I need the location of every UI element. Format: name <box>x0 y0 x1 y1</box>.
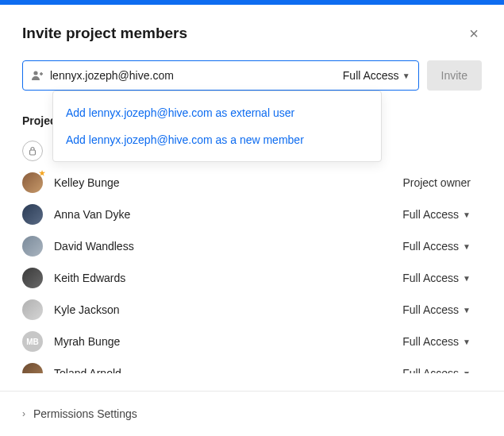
invite-row: Full Access ▼ Invite Add lennyx.jozeph@h… <box>22 60 482 91</box>
permissions-label: Permissions Settings <box>33 407 137 420</box>
dialog-title: Invite project members <box>22 25 187 42</box>
email-input-wrap[interactable]: Full Access ▼ <box>22 60 419 91</box>
svg-rect-2 <box>40 72 42 75</box>
member-row: David WandlessFull Access▼ <box>22 230 482 262</box>
caret-down-icon: ▼ <box>463 338 471 346</box>
avatar <box>22 204 43 225</box>
member-name: Toland Arnold <box>54 367 402 373</box>
member-role-label: Project owner <box>402 176 471 189</box>
member-row: Anna Van DykeFull Access▼ <box>22 199 482 230</box>
caret-down-icon: ▼ <box>402 71 410 80</box>
member-access-label: Full Access <box>402 240 459 253</box>
svg-rect-3 <box>30 150 36 155</box>
member-name: Myrah Bunge <box>54 335 402 348</box>
chevron-right-icon: › <box>22 408 25 419</box>
member-row: Kelley BungeProject owner <box>22 167 482 199</box>
member-access-dropdown[interactable]: Full Access▼ <box>402 272 471 284</box>
autocomplete-item-external[interactable]: Add lennyx.jozeph@hive.com as external u… <box>53 99 381 126</box>
member-access-dropdown[interactable]: Full Access▼ <box>402 208 471 221</box>
avatar <box>22 363 43 373</box>
member-row: MBMyrah BungeFull Access▼ <box>22 326 482 357</box>
svg-point-0 <box>33 71 37 75</box>
autocomplete-item-new-member[interactable]: Add lennyx.jozeph@hive.com as a new memb… <box>53 126 381 153</box>
invite-dialog: Invite project members × Full Access ▼ I… <box>0 5 504 373</box>
add-person-icon <box>31 70 44 81</box>
member-access-label: Full Access <box>402 367 459 373</box>
member-access-label: Full Access <box>402 335 459 348</box>
avatar <box>22 268 43 288</box>
member-access-dropdown[interactable]: Full Access▼ <box>402 303 471 316</box>
lock-icon <box>28 146 37 156</box>
member-access-label: Full Access <box>402 272 459 284</box>
email-field[interactable] <box>50 69 343 82</box>
member-access-label: Full Access <box>402 208 459 221</box>
caret-down-icon: ▼ <box>463 242 471 251</box>
avatar <box>22 141 43 161</box>
member-access-dropdown[interactable]: Full Access▼ <box>402 367 471 373</box>
member-access-label: Project owner <box>402 176 471 189</box>
member-access-dropdown[interactable]: Full Access▼ <box>402 240 471 253</box>
caret-down-icon: ▼ <box>463 274 471 283</box>
member-name: David Wandless <box>54 240 402 253</box>
close-icon: × <box>469 25 479 42</box>
member-name: Keith Edwards <box>54 272 402 284</box>
permissions-footer[interactable]: › Permissions Settings <box>0 391 504 436</box>
member-access-dropdown[interactable]: Full Access▼ <box>402 335 471 348</box>
member-row: Kyle JacksonFull Access▼ <box>22 294 482 326</box>
member-name: Kelley Bunge <box>54 176 402 189</box>
close-button[interactable]: × <box>466 22 482 44</box>
members-list[interactable]: Kelley BungeProject ownerAnna Van DykeFu… <box>22 135 482 373</box>
avatar: MB <box>22 331 43 352</box>
avatar <box>22 299 43 320</box>
member-name: Kyle Jackson <box>54 303 402 316</box>
member-row: Keith EdwardsFull Access▼ <box>22 262 482 294</box>
invite-button[interactable]: Invite <box>427 60 482 91</box>
caret-down-icon: ▼ <box>463 210 471 219</box>
avatar <box>22 236 43 257</box>
invite-access-label: Full Access <box>343 69 399 82</box>
member-row: Toland ArnoldFull Access▼ <box>22 357 482 373</box>
member-access-label: Full Access <box>402 303 459 316</box>
avatar <box>22 172 43 193</box>
invite-access-dropdown[interactable]: Full Access ▼ <box>343 69 410 82</box>
caret-down-icon: ▼ <box>463 369 471 374</box>
caret-down-icon: ▼ <box>463 306 471 314</box>
member-name: Anna Van Dyke <box>54 208 402 221</box>
autocomplete-dropdown: Add lennyx.jozeph@hive.com as external u… <box>52 91 382 162</box>
dialog-header: Invite project members × <box>22 22 482 44</box>
